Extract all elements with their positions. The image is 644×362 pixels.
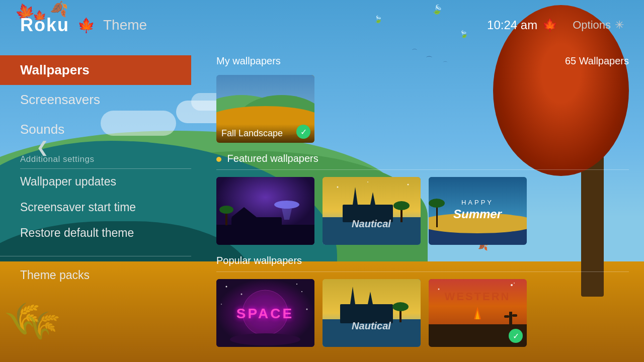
header: Roku 🍁 Theme 10:24 am 🍁 Options ✳ xyxy=(0,0,644,50)
thumb-space-bg: SPACE xyxy=(216,279,314,347)
main-content: My wallpapers 65 Wallpapers xyxy=(201,45,644,362)
sidebar-item-screensaver-start-time[interactable]: Screensaver start time xyxy=(0,195,191,220)
popular-wallpapers-row: SPACE xyxy=(216,279,629,347)
svg-point-12 xyxy=(219,206,233,214)
svg-text:SPACE: SPACE xyxy=(236,306,294,321)
svg-point-41 xyxy=(230,333,300,345)
svg-point-39 xyxy=(221,304,222,305)
svg-point-9 xyxy=(274,201,299,209)
section-label: Theme xyxy=(103,17,147,33)
featured-dot-icon xyxy=(216,157,221,162)
ufo-svg xyxy=(216,177,314,245)
svg-rect-6 xyxy=(216,225,314,245)
svg-point-40 xyxy=(306,309,308,310)
svg-rect-29 xyxy=(436,205,438,227)
nautical1-svg: Nautical xyxy=(323,177,421,245)
svg-point-30 xyxy=(429,199,445,208)
svg-point-49 xyxy=(392,302,409,311)
sidebar-item-restore-default-theme[interactable]: Restore default theme xyxy=(0,220,191,246)
wallpaper-western[interactable]: WESTERN ✓ xyxy=(429,279,527,347)
svg-point-59 xyxy=(511,284,513,286)
space-svg: SPACE xyxy=(216,279,314,347)
wallpaper-nautical-popular[interactable]: Nautical xyxy=(323,279,421,347)
svg-point-22 xyxy=(408,184,409,186)
svg-point-38 xyxy=(296,284,297,285)
featured-wallpapers-title: Featured wallpapers xyxy=(216,153,318,164)
header-right: 10:24 am 🍁 Options ✳ xyxy=(487,18,624,32)
svg-point-35 xyxy=(226,286,227,288)
logo-area: Roku 🍁 Theme xyxy=(20,15,147,36)
featured-divider xyxy=(216,169,629,170)
wallpaper-nautical-featured[interactable]: Nautical xyxy=(323,177,421,245)
back-arrow[interactable]: ❮ xyxy=(36,138,49,156)
summer-svg: HAPPY Summer xyxy=(429,177,527,245)
logo-arrow-icon: 🍁 xyxy=(77,17,95,34)
wallpaper-fall-landscape[interactable]: Fall Landscape ✓ xyxy=(216,75,314,143)
svg-text:WESTERN: WESTERN xyxy=(445,290,511,303)
svg-text:Nautical: Nautical xyxy=(352,218,391,229)
svg-point-37 xyxy=(241,294,243,295)
svg-rect-56 xyxy=(512,314,517,317)
additional-settings-label: Additional settings xyxy=(0,144,191,168)
popular-wallpapers-header: Popular wallpapers xyxy=(216,255,629,266)
my-wallpapers-header: My wallpapers 65 Wallpapers xyxy=(216,55,629,67)
svg-text:Summer: Summer xyxy=(453,207,503,221)
nautical2-svg: Nautical xyxy=(323,279,421,347)
thumb-nautical2-bg: Nautical xyxy=(323,279,421,347)
svg-text:HAPPY: HAPPY xyxy=(461,199,494,206)
thumb-summer-bg: HAPPY Summer xyxy=(429,177,527,245)
svg-point-36 xyxy=(301,291,302,292)
western-selected-icon: ✓ xyxy=(509,329,523,343)
sidebar-item-theme-packs[interactable]: Theme packs xyxy=(0,264,191,286)
wallpaper-space[interactable]: SPACE xyxy=(216,279,314,347)
featured-wallpapers-row: Nautical xyxy=(216,177,629,245)
svg-point-23 xyxy=(367,182,368,183)
wallpaper-ufo-night[interactable] xyxy=(216,177,314,245)
svg-point-21 xyxy=(337,187,339,188)
options-button[interactable]: Options ✳ xyxy=(573,19,624,32)
svg-point-60 xyxy=(514,283,515,284)
svg-rect-7 xyxy=(231,217,282,227)
time-text: 10:24 am xyxy=(487,18,537,32)
time-display: 10:24 am 🍁 xyxy=(487,18,557,32)
popular-wallpapers-title: Popular wallpapers xyxy=(216,255,302,266)
sidebar-item-screensavers[interactable]: Screensavers xyxy=(0,85,191,115)
my-wallpapers-row: Fall Landscape ✓ xyxy=(216,75,629,143)
popular-divider xyxy=(216,272,629,272)
fall-landscape-selected-icon: ✓ xyxy=(296,125,310,139)
thumb-nautical1-bg: Nautical xyxy=(323,177,421,245)
svg-rect-54 xyxy=(509,312,512,327)
sidebar-item-sounds[interactable]: Sounds xyxy=(0,115,191,144)
options-label: Options xyxy=(573,19,611,32)
sidebar: ❮ Wallpapers Screensavers Sounds Additio… xyxy=(0,45,191,362)
svg-rect-55 xyxy=(504,315,509,318)
svg-point-58 xyxy=(438,289,440,290)
wallpaper-count: 65 Wallpapers xyxy=(565,55,629,67)
svg-point-20 xyxy=(393,201,410,210)
thumb-ufo-bg xyxy=(216,177,314,245)
sidebar-item-wallpaper-updates[interactable]: Wallpaper updates xyxy=(0,169,191,195)
svg-text:Nautical: Nautical xyxy=(352,320,391,331)
roku-logo: Roku xyxy=(20,15,69,36)
sidebar-item-wallpapers[interactable]: Wallpapers xyxy=(0,55,191,85)
time-leaf-icon: 🍁 xyxy=(542,18,557,32)
options-star-icon: ✳ xyxy=(615,19,624,32)
my-wallpapers-title: My wallpapers xyxy=(216,55,281,67)
wallpaper-happy-summer[interactable]: HAPPY Summer xyxy=(429,177,527,245)
featured-wallpapers-header: Featured wallpapers xyxy=(216,153,629,164)
theme-packs-section: Theme packs xyxy=(0,256,191,286)
